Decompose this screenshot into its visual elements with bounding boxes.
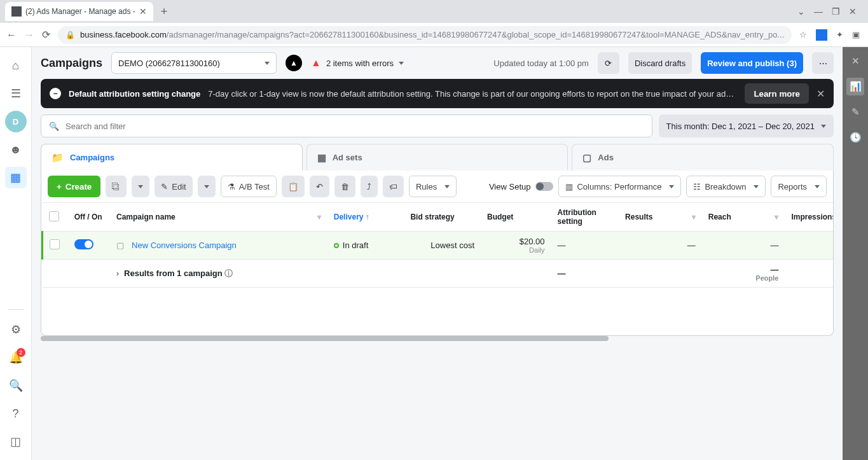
business-logo[interactable]: ▲ [286, 55, 302, 71]
col-delivery[interactable]: Delivery ↑ [327, 203, 404, 232]
tab-close-icon[interactable]: ✕ [139, 6, 147, 17]
tag-button[interactable]: 🏷 [383, 176, 404, 197]
edit-button[interactable]: ✎Edit [155, 176, 192, 197]
left-nav-rail: ⌂ ☰ D ☻ ▦ ⚙ 🔔2 🔍 ? ◫ [0, 47, 32, 460]
budget-value: $20.00 [487, 237, 545, 246]
star-icon[interactable]: ☆ [799, 30, 807, 39]
edit-panel-icon[interactable]: ✎ [846, 103, 864, 121]
toggle-icon [535, 182, 553, 191]
breakdown-button[interactable]: ☷Breakdown [686, 176, 766, 197]
maximize-icon[interactable]: ❐ [832, 6, 840, 17]
collapse-icon[interactable]: ◫ [5, 431, 27, 452]
col-results[interactable]: Results ▾ [619, 203, 702, 232]
columns-button[interactable]: ▥Columns: Performance [558, 176, 681, 197]
tab-campaigns[interactable]: 📁Campaigns [41, 144, 303, 171]
date-range-text: This month: Dec 1, 2021 – Dec 20, 2021 [666, 122, 815, 131]
delivery-status: In draft [343, 240, 368, 250]
undo-button[interactable]: ↶ [310, 176, 329, 197]
forward-button[interactable]: → [24, 29, 34, 41]
extensions-icon[interactable]: ✦ [836, 30, 843, 39]
view-setup-toggle[interactable]: View Setup [489, 182, 554, 192]
duplicate-button[interactable]: ⿻ [106, 176, 127, 197]
help-icon[interactable]: ? [5, 403, 27, 424]
more-menu-button[interactable]: ⋯ [812, 52, 834, 74]
sort-icon: ▾ [692, 213, 696, 221]
create-button[interactable]: +Create [48, 176, 100, 197]
col-onoff[interactable]: Off / On [68, 203, 110, 232]
learn-more-button[interactable]: Learn more [745, 83, 809, 104]
errors-indicator[interactable]: ▲ 2 items with errors [311, 57, 404, 69]
caret-down-icon [754, 185, 759, 188]
bid-strategy: Lowest cost [404, 232, 481, 260]
content-panel: +Create ⿻ ✎Edit ⚗A/B Test 📋 ↶ 🗑 ⤴ 🏷 Rule… [41, 171, 834, 336]
table-scroll[interactable]: Off / On Campaign name ▾ Delivery ↑ Bid … [41, 202, 833, 288]
sort-icon: ▾ [775, 213, 778, 221]
updated-text: Updated today at 1:00 pm [493, 59, 589, 68]
account-name: DEMO (206627811300160) [118, 59, 220, 68]
col-impressions[interactable]: Impressions [785, 203, 833, 232]
account-selector[interactable]: DEMO (206627811300160) [111, 52, 277, 74]
browser-tab[interactable]: (2) Ads Manager - Manage ads - ✕ [5, 2, 153, 21]
date-range-picker[interactable]: This month: Dec 1, 2021 – Dec 20, 2021 [659, 115, 834, 137]
address-bar[interactable]: 🔒 business.facebook.com/adsmanager/manag… [58, 26, 792, 44]
discard-drafts-button[interactable]: Discard drafts [628, 52, 692, 74]
delete-button[interactable]: 🗑 [334, 176, 355, 197]
devices-icon[interactable]: ▣ [852, 30, 860, 39]
caret-down-icon [265, 62, 270, 65]
col-name[interactable]: Campaign name ▾ [110, 203, 327, 232]
overview-icon[interactable]: ☻ [5, 139, 27, 160]
close-window-icon[interactable]: ✕ [849, 6, 857, 17]
budget-sub: Daily [487, 246, 545, 254]
ab-test-button[interactable]: ⚗A/B Test [221, 176, 277, 197]
col-bid[interactable]: Bid strategy [404, 203, 481, 232]
rules-button[interactable]: Rules [409, 176, 457, 197]
status-toggle[interactable] [74, 239, 93, 249]
review-publish-button[interactable]: Review and publish (3) [701, 52, 803, 74]
col-budget[interactable]: Budget [481, 203, 551, 232]
search-icon[interactable]: 🔍 [5, 375, 27, 396]
chevron-right-icon[interactable]: › [116, 269, 119, 278]
select-all-checkbox[interactable] [49, 211, 59, 221]
reload-button[interactable]: ⟳ [42, 29, 50, 41]
menu-icon[interactable]: ☰ [5, 83, 27, 104]
campaign-name-link[interactable]: New Conversions Campaign [132, 240, 237, 250]
horizontal-scrollbar[interactable] [41, 336, 609, 341]
campaigns-table: Off / On Campaign name ▾ Delivery ↑ Bid … [41, 202, 833, 288]
tab-title: (2) Ads Manager - Manage ads - [25, 7, 135, 16]
reports-button[interactable]: Reports [771, 176, 827, 197]
folder-icon: 📁 [52, 152, 64, 164]
search-filter[interactable]: 🔍 [41, 115, 652, 137]
row-checkbox[interactable] [50, 239, 60, 249]
flask-icon: ⚗ [228, 182, 235, 192]
notifications-icon[interactable]: 🔔2 [5, 347, 27, 368]
tab-adsets[interactable]: ▦Ad sets [307, 144, 568, 171]
history-icon[interactable]: 🕓 [846, 129, 864, 146]
account-avatar[interactable]: D [5, 111, 27, 132]
plus-icon: + [57, 182, 62, 192]
refresh-button[interactable]: ⟳ [598, 52, 619, 74]
browser-tab-strip: (2) Ads Manager - Manage ads - ✕ + ⌄ — ❐… [0, 0, 868, 23]
edit-dropdown[interactable] [198, 176, 216, 197]
banner-close-icon[interactable]: ✕ [816, 88, 825, 100]
tab-ads[interactable]: ▢Ads [572, 144, 834, 171]
new-tab-button[interactable]: + [161, 5, 168, 18]
minimize-icon[interactable]: — [814, 6, 823, 17]
duplicate-dropdown[interactable] [132, 176, 149, 197]
back-button[interactable]: ← [6, 29, 17, 41]
info-icon[interactable]: ⓘ [224, 268, 233, 278]
page-title: Campaigns [41, 57, 102, 70]
copy-button[interactable]: 📋 [282, 176, 305, 197]
col-reach[interactable]: Reach ▾ [702, 203, 785, 232]
export-button[interactable]: ⤴ [361, 176, 378, 197]
search-input[interactable] [65, 122, 644, 131]
col-attr[interactable]: Attribution setting [551, 203, 619, 232]
dropdown-icon[interactable]: ⌄ [797, 6, 805, 17]
charts-icon[interactable]: 📊 [846, 78, 864, 95]
extension-icon[interactable] [816, 29, 827, 41]
campaigns-nav-icon[interactable]: ▦ [5, 167, 27, 188]
close-panel-icon[interactable]: ✕ [846, 52, 864, 70]
lock-icon: 🔒 [65, 31, 75, 39]
home-icon[interactable]: ⌂ [5, 55, 27, 76]
table-row[interactable]: ▢New Conversions Campaign In draft Lowes… [43, 232, 834, 260]
settings-icon[interactable]: ⚙ [5, 319, 27, 340]
